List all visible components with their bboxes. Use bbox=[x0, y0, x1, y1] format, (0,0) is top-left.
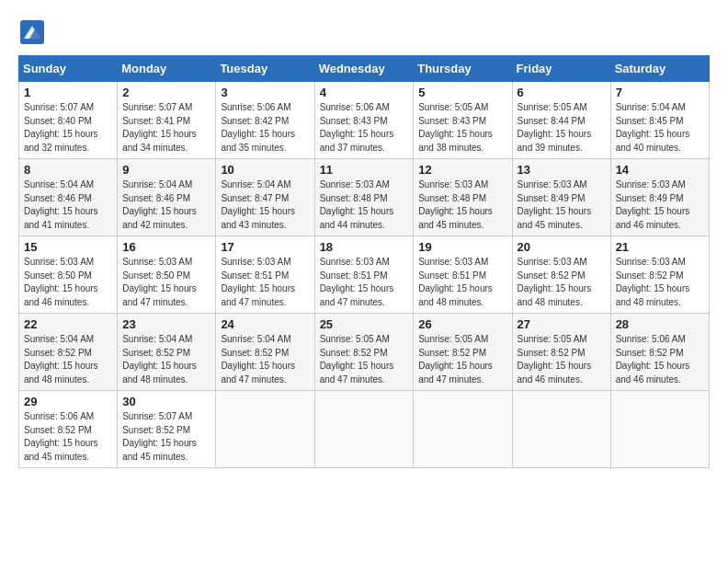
day-number: 7 bbox=[616, 86, 704, 99]
day-info: Sunrise: 5:06 AMSunset: 8:42 PMDaylight:… bbox=[221, 101, 309, 155]
calendar-day-cell: 3 Sunrise: 5:06 AMSunset: 8:42 PMDayligh… bbox=[216, 82, 314, 159]
calendar-day-cell: 16 Sunrise: 5:03 AMSunset: 8:50 PMDaylig… bbox=[118, 236, 216, 314]
calendar-day-cell: 28 Sunrise: 5:06 AMSunset: 8:52 PMDaylig… bbox=[610, 314, 709, 391]
day-number: 5 bbox=[418, 86, 506, 99]
calendar-day-cell: 5 Sunrise: 5:05 AMSunset: 8:43 PMDayligh… bbox=[414, 82, 512, 159]
day-info: Sunrise: 5:04 AMSunset: 8:52 PMDaylight:… bbox=[24, 333, 112, 386]
day-info: Sunrise: 5:05 AMSunset: 8:52 PMDaylight:… bbox=[518, 333, 606, 386]
day-info: Sunrise: 5:06 AMSunset: 8:52 PMDaylight:… bbox=[616, 333, 704, 386]
day-number: 18 bbox=[320, 240, 409, 254]
weekday-header-cell: Monday bbox=[118, 56, 216, 82]
calendar-day-cell: 2 Sunrise: 5:07 AMSunset: 8:41 PMDayligh… bbox=[118, 82, 216, 159]
calendar-day-cell bbox=[610, 391, 709, 468]
day-info: Sunrise: 5:03 AMSunset: 8:49 PMDaylight:… bbox=[518, 178, 606, 232]
calendar-day-cell bbox=[512, 391, 610, 468]
day-number: 19 bbox=[418, 240, 506, 254]
day-info: Sunrise: 5:06 AMSunset: 8:52 PMDaylight:… bbox=[24, 410, 112, 464]
day-info: Sunrise: 5:04 AMSunset: 8:46 PMDaylight:… bbox=[24, 178, 112, 232]
header bbox=[18, 18, 710, 46]
day-info: Sunrise: 5:03 AMSunset: 8:48 PMDaylight:… bbox=[418, 178, 506, 232]
calendar-table: SundayMondayTuesdayWednesdayThursdayFrid… bbox=[18, 55, 710, 468]
calendar-day-cell: 10 Sunrise: 5:04 AMSunset: 8:47 PMDaylig… bbox=[216, 159, 314, 236]
calendar-day-cell: 30 Sunrise: 5:07 AMSunset: 8:52 PMDaylig… bbox=[118, 391, 216, 468]
day-number: 28 bbox=[616, 317, 704, 331]
day-number: 20 bbox=[518, 240, 606, 254]
calendar-day-cell: 9 Sunrise: 5:04 AMSunset: 8:46 PMDayligh… bbox=[118, 159, 216, 236]
day-info: Sunrise: 5:03 AMSunset: 8:52 PMDaylight:… bbox=[616, 256, 704, 309]
day-number: 16 bbox=[122, 240, 210, 254]
day-info: Sunrise: 5:04 AMSunset: 8:46 PMDaylight:… bbox=[122, 178, 210, 232]
calendar-day-cell: 27 Sunrise: 5:05 AMSunset: 8:52 PMDaylig… bbox=[512, 314, 610, 391]
day-number: 30 bbox=[122, 395, 210, 408]
calendar-day-cell: 15 Sunrise: 5:03 AMSunset: 8:50 PMDaylig… bbox=[19, 236, 118, 314]
logo-icon bbox=[18, 18, 46, 46]
calendar-body: 1 Sunrise: 5:07 AMSunset: 8:40 PMDayligh… bbox=[19, 82, 710, 468]
calendar-day-cell: 6 Sunrise: 5:05 AMSunset: 8:44 PMDayligh… bbox=[512, 82, 610, 159]
calendar-day-cell: 21 Sunrise: 5:03 AMSunset: 8:52 PMDaylig… bbox=[610, 236, 709, 314]
calendar-day-cell: 17 Sunrise: 5:03 AMSunset: 8:51 PMDaylig… bbox=[216, 236, 314, 314]
day-number: 1 bbox=[24, 86, 112, 99]
day-info: Sunrise: 5:05 AMSunset: 8:52 PMDaylight:… bbox=[418, 333, 506, 386]
weekday-header-cell: Thursday bbox=[414, 56, 512, 82]
day-info: Sunrise: 5:04 AMSunset: 8:52 PMDaylight:… bbox=[122, 333, 210, 386]
day-number: 6 bbox=[518, 86, 606, 99]
day-info: Sunrise: 5:04 AMSunset: 8:45 PMDaylight:… bbox=[616, 101, 704, 155]
weekday-header-cell: Wednesday bbox=[314, 56, 414, 82]
day-info: Sunrise: 5:07 AMSunset: 8:41 PMDaylight:… bbox=[122, 101, 210, 155]
calendar-day-cell: 13 Sunrise: 5:03 AMSunset: 8:49 PMDaylig… bbox=[512, 159, 610, 236]
day-number: 13 bbox=[518, 163, 606, 177]
day-number: 23 bbox=[122, 317, 210, 331]
calendar-day-cell: 22 Sunrise: 5:04 AMSunset: 8:52 PMDaylig… bbox=[19, 314, 118, 391]
day-info: Sunrise: 5:03 AMSunset: 8:50 PMDaylight:… bbox=[24, 256, 112, 309]
calendar-day-cell: 18 Sunrise: 5:03 AMSunset: 8:51 PMDaylig… bbox=[314, 236, 414, 314]
weekday-header-cell: Saturday bbox=[610, 56, 709, 82]
weekday-header-cell: Friday bbox=[512, 56, 610, 82]
calendar-week-row: 8 Sunrise: 5:04 AMSunset: 8:46 PMDayligh… bbox=[19, 159, 710, 236]
day-info: Sunrise: 5:04 AMSunset: 8:47 PMDaylight:… bbox=[221, 178, 309, 232]
day-number: 10 bbox=[221, 163, 309, 177]
day-number: 9 bbox=[122, 163, 210, 177]
day-number: 21 bbox=[616, 240, 704, 254]
day-number: 17 bbox=[221, 240, 309, 254]
day-number: 15 bbox=[24, 240, 112, 254]
calendar-week-row: 15 Sunrise: 5:03 AMSunset: 8:50 PMDaylig… bbox=[19, 236, 710, 314]
calendar-day-cell bbox=[216, 391, 314, 468]
day-info: Sunrise: 5:04 AMSunset: 8:52 PMDaylight:… bbox=[221, 333, 309, 386]
weekday-header-cell: Tuesday bbox=[216, 56, 314, 82]
day-info: Sunrise: 5:03 AMSunset: 8:52 PMDaylight:… bbox=[518, 256, 606, 309]
day-number: 26 bbox=[418, 317, 506, 331]
calendar-week-row: 29 Sunrise: 5:06 AMSunset: 8:52 PMDaylig… bbox=[19, 391, 710, 468]
day-number: 27 bbox=[518, 317, 606, 331]
day-number: 14 bbox=[616, 163, 704, 177]
calendar-day-cell: 14 Sunrise: 5:03 AMSunset: 8:49 PMDaylig… bbox=[610, 159, 709, 236]
day-number: 25 bbox=[320, 317, 409, 331]
calendar-day-cell: 23 Sunrise: 5:04 AMSunset: 8:52 PMDaylig… bbox=[118, 314, 216, 391]
calendar-day-cell: 29 Sunrise: 5:06 AMSunset: 8:52 PMDaylig… bbox=[19, 391, 118, 468]
day-number: 24 bbox=[221, 317, 309, 331]
calendar-day-cell: 4 Sunrise: 5:06 AMSunset: 8:43 PMDayligh… bbox=[314, 82, 414, 159]
day-number: 4 bbox=[320, 86, 409, 99]
calendar-day-cell: 24 Sunrise: 5:04 AMSunset: 8:52 PMDaylig… bbox=[216, 314, 314, 391]
calendar-day-cell bbox=[414, 391, 512, 468]
day-number: 8 bbox=[24, 163, 112, 177]
weekday-header-cell: Sunday bbox=[19, 56, 118, 82]
day-info: Sunrise: 5:03 AMSunset: 8:51 PMDaylight:… bbox=[320, 256, 409, 309]
day-info: Sunrise: 5:03 AMSunset: 8:48 PMDaylight:… bbox=[320, 178, 409, 232]
calendar-day-cell: 19 Sunrise: 5:03 AMSunset: 8:51 PMDaylig… bbox=[414, 236, 512, 314]
calendar-day-cell: 7 Sunrise: 5:04 AMSunset: 8:45 PMDayligh… bbox=[610, 82, 709, 159]
day-info: Sunrise: 5:07 AMSunset: 8:52 PMDaylight:… bbox=[122, 410, 210, 464]
logo bbox=[18, 18, 50, 46]
day-number: 29 bbox=[24, 395, 112, 408]
day-number: 11 bbox=[320, 163, 409, 177]
calendar-day-cell: 12 Sunrise: 5:03 AMSunset: 8:48 PMDaylig… bbox=[414, 159, 512, 236]
calendar-week-row: 1 Sunrise: 5:07 AMSunset: 8:40 PMDayligh… bbox=[19, 82, 710, 159]
calendar-day-cell: 1 Sunrise: 5:07 AMSunset: 8:40 PMDayligh… bbox=[19, 82, 118, 159]
calendar-day-cell bbox=[314, 391, 414, 468]
day-info: Sunrise: 5:03 AMSunset: 8:51 PMDaylight:… bbox=[221, 256, 309, 309]
weekday-header-row: SundayMondayTuesdayWednesdayThursdayFrid… bbox=[19, 56, 710, 82]
calendar-week-row: 22 Sunrise: 5:04 AMSunset: 8:52 PMDaylig… bbox=[19, 314, 710, 391]
day-info: Sunrise: 5:03 AMSunset: 8:49 PMDaylight:… bbox=[616, 178, 704, 232]
day-info: Sunrise: 5:06 AMSunset: 8:43 PMDaylight:… bbox=[320, 101, 409, 155]
day-info: Sunrise: 5:05 AMSunset: 8:52 PMDaylight:… bbox=[320, 333, 409, 386]
day-info: Sunrise: 5:03 AMSunset: 8:50 PMDaylight:… bbox=[122, 256, 210, 309]
